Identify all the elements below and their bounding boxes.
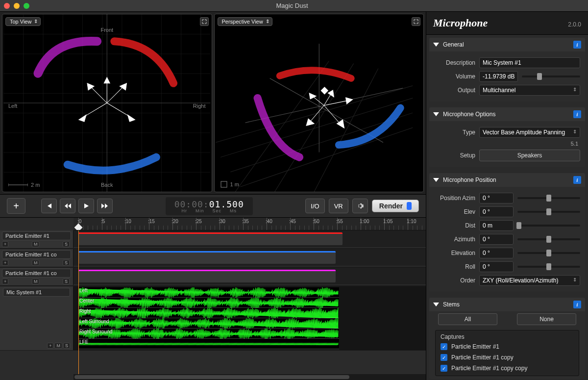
timeline-ruler[interactable]: :0:5:10:15:20:25:30:35:40:45:50:551:001:… — [74, 218, 426, 230]
timecode-display: 00:00:01.500 HrMinSecMs — [118, 197, 300, 215]
capture-row[interactable]: ✓Particle Emitter #1 copy copy — [438, 363, 577, 374]
svg-line-30 — [324, 101, 348, 105]
track-name[interactable]: Particle Emitter #1 co — [2, 269, 71, 278]
description-field[interactable]: Mic System #1 — [479, 57, 580, 68]
disclosure-icon[interactable] — [433, 43, 439, 47]
track-add-button[interactable]: + — [47, 343, 53, 349]
stems-all-button[interactable]: All — [438, 313, 497, 325]
track-row: Particle Emitter #1 +MS — [0, 230, 426, 249]
viewport-perspective-expand-icon[interactable] — [412, 17, 420, 26]
mic-pos-slider[interactable] — [517, 266, 580, 268]
info-button[interactable]: i — [573, 301, 581, 308]
io-button[interactable]: I/O — [305, 199, 324, 213]
track-add-button[interactable]: + — [2, 279, 8, 284]
mic-pos-value[interactable]: 0 m — [479, 220, 514, 231]
settings-button[interactable] — [352, 199, 368, 213]
track-add-button[interactable]: + — [2, 260, 8, 266]
mute-button[interactable]: M — [32, 260, 40, 266]
mic-pos-value[interactable]: 0 ° — [479, 261, 514, 272]
waveform-lane: Right Surround — [78, 329, 339, 339]
rewind-button[interactable] — [60, 199, 75, 213]
svg-line-20 — [274, 64, 353, 192]
disclosure-icon[interactable] — [433, 112, 439, 116]
solo-button[interactable]: S — [63, 343, 70, 349]
speakers-button[interactable]: Speakers — [479, 150, 580, 161]
viewport-top-selector[interactable]: Top View — [5, 17, 41, 26]
ruler-label: :25 — [195, 219, 202, 224]
horizontal-scrollbar[interactable] — [74, 374, 426, 380]
mute-button[interactable]: M — [32, 241, 40, 247]
playhead[interactable] — [78, 230, 79, 374]
mic-pos-value[interactable]: 0 ° — [479, 193, 514, 203]
track-add-button[interactable]: + — [2, 241, 8, 247]
ruler-label: 1:00 — [360, 219, 369, 224]
mic-pos-slider[interactable] — [517, 252, 580, 254]
solo-button[interactable]: S — [63, 279, 70, 284]
volume-slider[interactable] — [522, 76, 580, 77]
viewport-perspective[interactable]: Perspective View — [214, 14, 424, 192]
capture-row[interactable]: ✓Particle Emitter #1 — [438, 341, 577, 352]
capture-row[interactable]: ✓Particle Emitter #1 copy — [438, 352, 577, 363]
viewport-top[interactable]: Top View — [2, 14, 212, 192]
vr-button[interactable]: VR — [329, 199, 348, 213]
ruler-label: :15 — [148, 219, 155, 224]
svg-marker-33 — [306, 119, 314, 126]
track-name[interactable]: Mic System #1 — [3, 288, 70, 297]
mic-pos-slider[interactable] — [517, 238, 580, 240]
disclosure-icon[interactable] — [433, 303, 439, 306]
ruler-label: :40 — [266, 219, 272, 224]
track-name[interactable]: Particle Emitter #1 co — [2, 250, 71, 259]
ruler-label: :45 — [289, 219, 296, 224]
clip[interactable] — [78, 270, 336, 282]
fast-forward-button[interactable] — [97, 199, 113, 213]
viewport-top-expand-icon[interactable] — [200, 17, 209, 26]
mic-pos-slider[interactable] — [517, 211, 580, 213]
add-button[interactable]: + — [7, 198, 25, 214]
mic-type-select[interactable]: Vector Base Amplitude Panning — [479, 127, 580, 138]
render-button[interactable]: Render — [372, 200, 419, 212]
svg-line-25 — [270, 78, 383, 143]
info-button[interactable]: i — [573, 41, 581, 49]
output-select[interactable]: Multichannel — [479, 85, 580, 96]
svg-rect-36 — [321, 87, 328, 94]
mic-pos-slider[interactable] — [517, 197, 580, 199]
svg-marker-29 — [328, 90, 334, 97]
capture-checkbox[interactable]: ✓ — [441, 354, 447, 361]
capture-checkbox[interactable]: ✓ — [441, 365, 447, 372]
mic-pos-value[interactable]: 0 ° — [479, 206, 514, 217]
ruler-label: :55 — [336, 219, 343, 224]
ruler-label: :50 — [313, 219, 319, 224]
mute-button[interactable]: M — [32, 279, 40, 284]
disclosure-icon[interactable] — [433, 178, 439, 182]
viewport-perspective-selector[interactable]: Perspective View — [218, 17, 272, 26]
clip[interactable] — [78, 251, 336, 264]
solo-button[interactable]: S — [63, 260, 70, 266]
order-select[interactable]: ZXY (Roll/Elevation/Azimuth) — [479, 275, 580, 286]
track-row: Particle Emitter #1 co +MS — [0, 249, 426, 267]
go-to-start-button[interactable] — [41, 199, 57, 213]
mute-button[interactable]: M — [54, 343, 62, 349]
clip[interactable] — [78, 232, 343, 245]
top-view-canvas — [2, 14, 212, 192]
main-toolbar: + 00:00:01.500 HrMinSecMs I/O — [0, 194, 426, 218]
stems-none-button[interactable]: None — [517, 313, 576, 325]
waveform-lane: Right — [78, 308, 339, 318]
capture-checkbox[interactable]: ✓ — [441, 343, 447, 350]
solo-button[interactable]: S — [63, 241, 70, 247]
info-button[interactable]: i — [573, 110, 581, 118]
axis-left-label: Left — [8, 103, 17, 109]
ruler-label: 1:05 — [383, 219, 392, 224]
track-name[interactable]: Particle Emitter #1 — [2, 231, 71, 240]
volume-field[interactable]: -11.9739 dB — [479, 71, 518, 82]
window-title: Magic Dust — [0, 2, 584, 9]
inspector-sidebar: Microphone 2.0.0 General i Description M… — [426, 12, 588, 380]
play-button[interactable] — [78, 199, 94, 213]
mic-pos-slider[interactable] — [517, 225, 580, 227]
panel-mic-options: Microphone Options i Type Vector Base Am… — [429, 107, 585, 167]
mic-pos-value[interactable]: 0 ° — [479, 234, 514, 245]
titlebar: Magic Dust — [0, 0, 588, 12]
waveform-lane: LFE — [78, 339, 339, 349]
mic-pos-value[interactable]: 0 ° — [479, 248, 514, 258]
ruler-label: :20 — [172, 219, 178, 224]
info-button[interactable]: i — [573, 176, 581, 184]
